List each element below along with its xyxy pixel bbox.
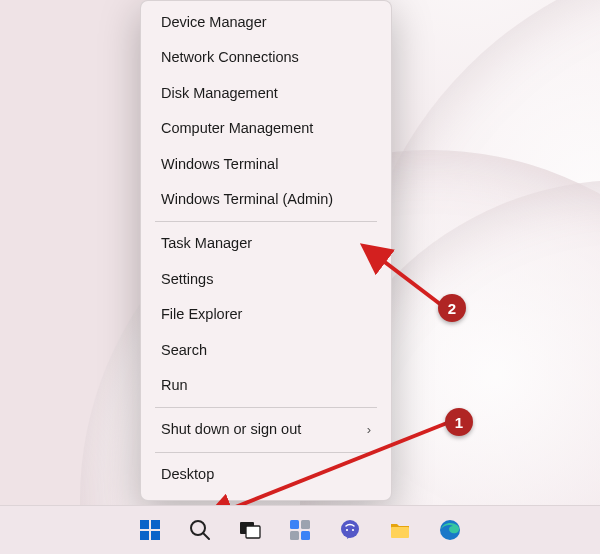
menu-separator <box>155 407 377 408</box>
menu-item-network-connections[interactable]: Network Connections <box>141 40 391 75</box>
menu-item-disk-management[interactable]: Disk Management <box>141 76 391 111</box>
windows-logo-icon <box>138 518 162 542</box>
menu-item-shutdown-signout[interactable]: Shut down or sign out › <box>141 412 391 447</box>
file-explorer-button[interactable] <box>382 512 418 548</box>
taskbar <box>0 505 600 554</box>
svg-line-7 <box>203 533 209 539</box>
svg-rect-5 <box>151 531 160 540</box>
menu-item-task-manager[interactable]: Task Manager <box>141 226 391 261</box>
svg-rect-4 <box>140 531 149 540</box>
svg-rect-9 <box>246 526 260 538</box>
menu-item-windows-terminal-admin[interactable]: Windows Terminal (Admin) <box>141 182 391 217</box>
chevron-right-icon: › <box>367 422 371 438</box>
menu-item-device-manager[interactable]: Device Manager <box>141 5 391 40</box>
edge-button[interactable] <box>432 512 468 548</box>
magnifier-icon <box>188 518 212 542</box>
menu-item-search[interactable]: Search <box>141 333 391 368</box>
start-context-menu: Device Manager Network Connections Disk … <box>140 0 392 501</box>
widgets-icon <box>288 518 312 542</box>
annotation-badge-1: 1 <box>445 408 473 436</box>
menu-separator <box>155 452 377 453</box>
svg-point-15 <box>346 529 348 531</box>
menu-item-windows-terminal[interactable]: Windows Terminal <box>141 147 391 182</box>
folder-icon <box>388 518 412 542</box>
annotation-badge-2: 2 <box>438 294 466 322</box>
chat-button[interactable] <box>332 512 368 548</box>
svg-rect-13 <box>301 531 310 540</box>
svg-point-16 <box>352 529 354 531</box>
start-button[interactable] <box>132 512 168 548</box>
chat-icon <box>338 518 362 542</box>
menu-item-file-explorer[interactable]: File Explorer <box>141 297 391 332</box>
menu-separator <box>155 221 377 222</box>
menu-item-computer-management[interactable]: Computer Management <box>141 111 391 146</box>
menu-item-run[interactable]: Run <box>141 368 391 403</box>
svg-rect-12 <box>290 531 299 540</box>
svg-rect-2 <box>140 520 149 529</box>
menu-item-settings[interactable]: Settings <box>141 262 391 297</box>
task-view-icon <box>238 518 262 542</box>
widgets-button[interactable] <box>282 512 318 548</box>
svg-rect-11 <box>301 520 310 529</box>
edge-icon <box>438 518 462 542</box>
svg-rect-3 <box>151 520 160 529</box>
task-view-button[interactable] <box>232 512 268 548</box>
search-button[interactable] <box>182 512 218 548</box>
svg-rect-17 <box>391 527 409 538</box>
menu-item-desktop[interactable]: Desktop <box>141 457 391 492</box>
svg-rect-10 <box>290 520 299 529</box>
